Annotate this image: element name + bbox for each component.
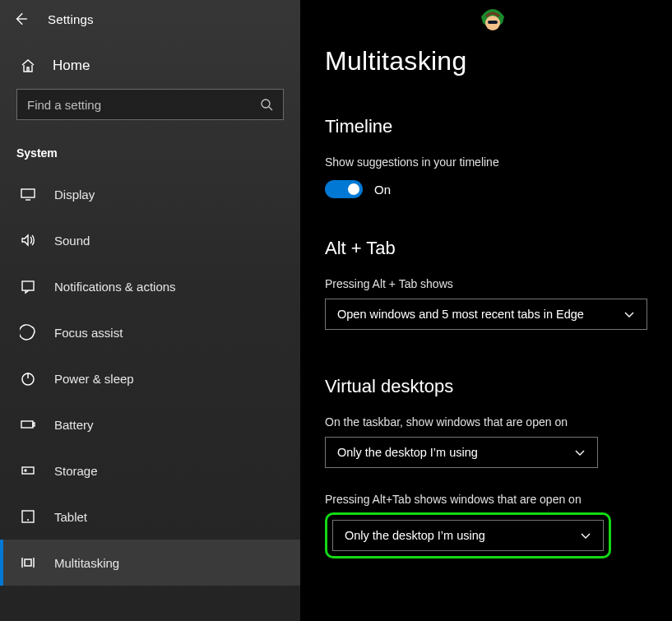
nav-list: Display Sound Notifications & actions	[0, 171, 300, 586]
sidebar-item-label: Battery	[54, 418, 94, 432]
sidebar-item-label: Notifications & actions	[54, 280, 176, 294]
sidebar-item-label: Storage	[54, 464, 98, 478]
sidebar-item-notifications[interactable]: Notifications & actions	[0, 263, 300, 309]
svg-rect-9	[25, 559, 31, 566]
svg-rect-11	[488, 21, 498, 24]
chevron-down-icon	[623, 308, 635, 320]
sidebar-item-battery[interactable]: Battery	[0, 401, 300, 447]
home-label: Home	[53, 58, 90, 74]
back-icon[interactable]	[13, 12, 28, 26]
battery-icon	[20, 416, 36, 433]
section-alttab-heading: Alt + Tab	[325, 238, 647, 259]
display-icon	[20, 186, 36, 202]
svg-rect-6	[22, 467, 34, 474]
main-content: Multitasking Timeline Show suggestions i…	[300, 0, 672, 621]
svg-rect-1	[21, 189, 35, 197]
multitasking-icon	[20, 554, 36, 571]
home-icon	[20, 58, 36, 74]
sidebar-item-label: Focus assist	[54, 326, 123, 340]
notifications-icon	[20, 278, 36, 294]
vdesk-q2: Pressing Alt+Tab shows windows that are …	[325, 493, 647, 506]
svg-rect-4	[21, 421, 33, 428]
home-button[interactable]: Home	[0, 38, 300, 89]
svg-rect-5	[33, 423, 35, 426]
sidebar-item-storage[interactable]: Storage	[0, 447, 300, 494]
alttab-dropdown[interactable]: Open windows and 5 most recent tabs in E…	[325, 299, 647, 330]
storage-icon	[20, 462, 36, 479]
sidebar-item-focus-assist[interactable]: Focus assist	[0, 309, 300, 355]
timeline-desc: Show suggestions in your timeline	[325, 155, 647, 169]
vdesk-alttab-dropdown[interactable]: Only the desktop I’m using	[332, 520, 604, 551]
focus-assist-icon	[20, 324, 36, 341]
svg-point-7	[25, 470, 26, 471]
sound-icon	[20, 232, 36, 248]
chevron-down-icon	[580, 530, 591, 541]
window-title: Settings	[48, 12, 94, 26]
vdesk-taskbar-dropdown-value: Only the desktop I’m using	[337, 446, 478, 459]
watermark-icon	[478, 5, 507, 38]
sidebar-item-label: Power & sleep	[54, 372, 134, 386]
svg-rect-2	[22, 281, 34, 290]
section-timeline-heading: Timeline	[325, 116, 647, 137]
sidebar-item-sound[interactable]: Sound	[0, 217, 300, 263]
sidebar-item-label: Display	[54, 188, 95, 202]
section-vdesk-heading: Virtual desktops	[325, 376, 647, 397]
chevron-down-icon	[574, 447, 586, 458]
sidebar: Settings Home System	[0, 0, 300, 621]
svg-rect-8	[22, 511, 34, 522]
alttab-dropdown-value: Open windows and 5 most recent tabs in E…	[337, 308, 584, 321]
nav-group-label: System	[0, 120, 300, 171]
sidebar-item-power-sleep[interactable]: Power & sleep	[0, 355, 300, 401]
timeline-toggle-label: On	[374, 183, 391, 197]
svg-point-0	[262, 100, 270, 108]
search-input[interactable]	[27, 98, 260, 112]
timeline-toggle[interactable]	[325, 180, 363, 198]
sidebar-item-display[interactable]: Display	[0, 171, 300, 217]
alttab-desc: Pressing Alt + Tab shows	[325, 277, 647, 290]
highlight-box: Only the desktop I’m using	[325, 512, 611, 558]
power-icon	[20, 370, 36, 387]
sidebar-item-multitasking[interactable]: Multitasking	[0, 540, 300, 586]
vdesk-alttab-dropdown-value: Only the desktop I’m using	[345, 529, 485, 542]
vdesk-q1: On the taskbar, show windows that are op…	[325, 415, 647, 429]
vdesk-taskbar-dropdown[interactable]: Only the desktop I’m using	[325, 437, 598, 468]
sidebar-item-label: Multitasking	[54, 556, 119, 570]
tablet-icon	[20, 508, 36, 525]
sidebar-item-tablet[interactable]: Tablet	[0, 494, 300, 540]
sidebar-item-label: Sound	[54, 234, 90, 248]
search-icon	[260, 98, 273, 111]
sidebar-item-label: Tablet	[54, 510, 87, 524]
search-box[interactable]	[16, 89, 284, 120]
